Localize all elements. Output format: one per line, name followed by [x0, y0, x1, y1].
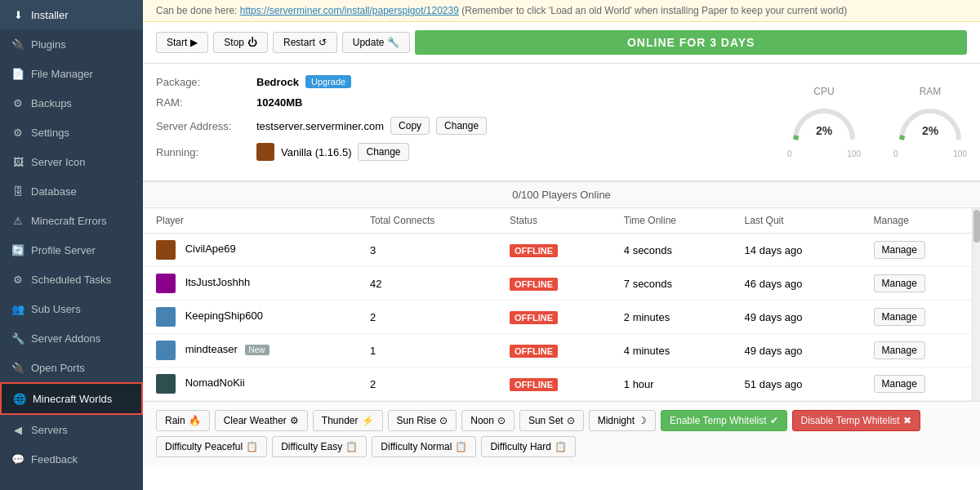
table-scrollbar[interactable] — [972, 208, 980, 401]
time-online: 4 seconds — [611, 234, 732, 267]
sidebar-item-server-addons[interactable]: 🔧 Server Addons — [0, 323, 143, 353]
stop-button[interactable]: Stop ⏻ — [213, 32, 268, 53]
status-badge: OFFLINE — [510, 378, 558, 391]
sidebar-item-file-manager[interactable]: 📄 File Manager — [0, 59, 143, 88]
sidebar-item-installer[interactable]: ⬇ Installer — [0, 0, 143, 29]
action-button[interactable]: Disable Temp Whitelist ✖ — [792, 410, 920, 431]
new-badge: New — [245, 345, 270, 355]
sidebar-item-backups[interactable]: ⚙ Backups — [0, 88, 143, 118]
action-button[interactable]: Thunder ⚡ — [313, 410, 383, 431]
manage-button[interactable]: Manage — [874, 241, 925, 259]
table-row: NomadNoKii 2 OFFLINE 1 hour 51 days ago … — [143, 368, 980, 401]
action-label: Difficulty Peaceful — [165, 441, 243, 452]
bottom-actions: Rain 🔥Clear Weather ⚙Thunder ⚡Sun Rise ⊙… — [143, 401, 980, 466]
running-row: Running: Vanilla (1.16.5) Change — [156, 143, 755, 161]
svg-text:2%: 2% — [816, 124, 833, 137]
action-button[interactable]: Difficulty Hard 📋 — [481, 436, 575, 457]
action-button[interactable]: Clear Weather ⚙ — [215, 410, 308, 431]
player-name: NomadNoKii — [185, 376, 245, 389]
server-info-section: Package: Bedrock Upgrade RAM: 10240MB Se… — [143, 64, 980, 181]
col-time: Time Online — [611, 208, 732, 234]
sidebar-item-plugins[interactable]: 🔌 Plugins — [0, 29, 143, 59]
status-badge: OFFLINE — [510, 345, 558, 358]
feedback-icon: 💬 — [11, 452, 24, 466]
status-badge: OFFLINE — [510, 278, 558, 291]
users-icon: 👥 — [11, 302, 24, 315]
col-manage: Manage — [861, 208, 980, 234]
action-icon: 🔥 — [189, 415, 201, 426]
sidebar-item-server-icon[interactable]: 🖼 Server Icon — [0, 147, 143, 176]
player-name: CivilApe69 — [185, 243, 236, 255]
sidebar-item-open-ports[interactable]: 🔌 Open Ports — [0, 353, 143, 382]
last-quit: 49 days ago — [732, 334, 861, 368]
manage-button[interactable]: Manage — [874, 308, 925, 326]
sidebar-item-profile-server[interactable]: 🔄 Profile Server — [0, 235, 143, 265]
sidebar-item-minecraft-worlds[interactable]: 🌐 Minecraft Worlds — [0, 382, 143, 415]
svg-text:2%: 2% — [922, 124, 939, 137]
main-content: Can be done here: https://serverminer.co… — [143, 0, 980, 490]
restart-button[interactable]: Restart ↺ — [273, 32, 337, 53]
action-button[interactable]: Enable Temp Whitelist ✔ — [661, 410, 787, 431]
server-info-left: Package: Bedrock Upgrade RAM: 10240MB Se… — [156, 75, 755, 169]
sidebar-item-database[interactable]: 🗄 Database — [0, 176, 143, 206]
action-icon: ✖ — [903, 415, 911, 426]
action-icon: ✔ — [770, 415, 778, 426]
action-label: Thunder — [322, 415, 359, 426]
action-icon: 📋 — [555, 441, 567, 452]
manage-button[interactable]: Manage — [874, 274, 925, 292]
col-player: Player — [143, 208, 357, 234]
last-quit: 46 days ago — [732, 267, 861, 301]
start-icon: ▶ — [190, 37, 198, 48]
sidebar-item-sub-users[interactable]: 👥 Sub Users — [0, 294, 143, 323]
col-connects: Total Connects — [357, 208, 497, 234]
total-connects: 2 — [357, 368, 497, 401]
action-button[interactable]: Difficulty Peaceful 📋 — [156, 436, 267, 457]
action-button[interactable]: Sun Set ⊙ — [519, 410, 584, 431]
action-button[interactable]: Midnight ☽ — [589, 410, 656, 431]
col-status: Status — [497, 208, 611, 234]
action-icon: ⊙ — [567, 415, 575, 426]
worlds-icon: 🌐 — [13, 392, 26, 405]
last-quit: 49 days ago — [732, 301, 861, 334]
upgrade-badge[interactable]: Upgrade — [305, 75, 351, 88]
notice-link[interactable]: https://serverminer.com/install/paperspi… — [240, 5, 459, 16]
table-header-row: Player Total Connects Status Time Online… — [143, 208, 980, 234]
action-button[interactable]: Difficulty Normal 📋 — [372, 436, 476, 457]
sidebar-item-servers[interactable]: ◀ Servers — [0, 415, 143, 444]
start-button[interactable]: Start ▶ — [156, 32, 208, 53]
action-label: Disable Temp Whitelist — [801, 415, 900, 426]
action-button[interactable]: Difficulty Easy 📋 — [272, 436, 367, 457]
plugins-icon: 🔌 — [11, 38, 24, 51]
sidebar-item-feedback[interactable]: 💬 Feedback — [0, 444, 143, 474]
table-row: ItsJustJoshhh 42 OFFLINE 7 seconds 46 da… — [143, 267, 980, 301]
ports-icon: 🔌 — [11, 361, 24, 374]
table-row: KeepingShip600 2 OFFLINE 2 minutes 49 da… — [143, 301, 980, 334]
action-label: Rain — [165, 415, 185, 426]
action-button[interactable]: Noon ⊙ — [461, 410, 514, 431]
manage-button[interactable]: Manage — [874, 375, 925, 393]
change-address-button[interactable]: Change — [436, 117, 487, 135]
status-bar: ONLINE FOR 3 DAYS — [415, 30, 967, 55]
update-button[interactable]: Update 🔧 — [342, 32, 411, 53]
sidebar: ⬇ Installer 🔌 Plugins 📄 File Manager ⚙ B… — [0, 0, 143, 490]
change-running-button[interactable]: Change — [358, 143, 408, 161]
total-connects: 1 — [357, 334, 497, 368]
file-icon: 📄 — [11, 67, 24, 80]
action-button[interactable]: Sun Rise ⊙ — [388, 410, 457, 431]
stop-icon: ⏻ — [247, 37, 257, 48]
scrollbar-thumb — [973, 210, 980, 243]
action-label: Noon — [470, 415, 494, 426]
player-avatar — [156, 274, 176, 293]
sidebar-item-settings[interactable]: ⚙ Settings — [0, 118, 143, 147]
ram-gauge: RAM 2% 0 100 — [893, 86, 967, 158]
action-button[interactable]: Rain 🔥 — [156, 410, 210, 431]
copy-button[interactable]: Copy — [390, 117, 430, 135]
total-connects: 3 — [357, 234, 497, 267]
action-icon: ⊙ — [439, 415, 448, 426]
players-header: 0/100 Players Online — [143, 181, 980, 208]
manage-button[interactable]: Manage — [874, 341, 925, 359]
sidebar-item-minecraft-errors[interactable]: ⚠ Minecraft Errors — [0, 206, 143, 235]
backups-icon: ⚙ — [11, 96, 24, 109]
action-label: Sun Set — [528, 415, 564, 426]
sidebar-item-scheduled-tasks[interactable]: ⚙ Scheduled Tasks — [0, 265, 143, 294]
